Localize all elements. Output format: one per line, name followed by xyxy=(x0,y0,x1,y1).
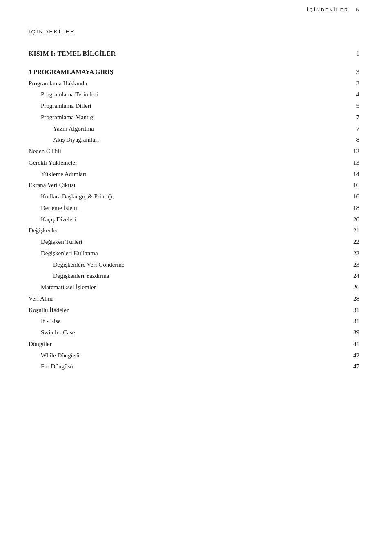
toc-label-6: Yazılı Algoritma xyxy=(29,123,347,135)
header-page-number: ix xyxy=(356,7,359,12)
toc-page-20: 26 xyxy=(347,282,359,293)
toc-label-20: Matematiksel İşlemler xyxy=(29,282,347,293)
toc-label-9: Gerekli Yüklemeler xyxy=(29,157,347,169)
toc-entry-10: Yükleme Adımları14 xyxy=(29,169,359,180)
toc-page-12: 16 xyxy=(347,191,359,203)
toc-label-16: Değişken Türleri xyxy=(29,236,347,248)
toc-page-15: 21 xyxy=(347,225,359,236)
toc-entry-9: Gerekli Yüklemeler13 xyxy=(29,157,359,169)
toc-page-7: 8 xyxy=(347,134,359,146)
toc-entry-22: Koşullu İfadeler31 xyxy=(29,305,359,316)
toc-entry-14: Kaçış Dizeleri20 xyxy=(29,214,359,225)
toc-entry-23: If - Else31 xyxy=(29,316,359,327)
toc-page-9: 13 xyxy=(347,157,359,169)
toc-label-26: While Döngüsü xyxy=(29,350,347,361)
toc-label-3: Programlama Terimleri xyxy=(29,89,347,100)
toc-entry-15: Değişkenler21 xyxy=(29,225,359,236)
toc-page-27: 47 xyxy=(347,361,359,372)
toc-page-16: 22 xyxy=(347,236,359,248)
toc-page-21: 28 xyxy=(347,293,359,305)
toc-page-17: 22 xyxy=(347,248,359,259)
toc-entry-12: Kodlara Başlangıç & Printf();16 xyxy=(29,191,359,203)
toc-entry-2: Programlama Hakkında3 xyxy=(29,78,359,89)
toc-page-13: 18 xyxy=(347,203,359,214)
toc-entry-4: Programlama Dilleri5 xyxy=(29,100,359,112)
toc-page-18: 23 xyxy=(347,259,359,271)
toc-label-25: Döngüler xyxy=(29,339,347,350)
toc-label-27: For Döngüsü xyxy=(29,361,347,372)
toc-entry-18: Değişkenlere Veri Gönderme23 xyxy=(29,259,359,271)
toc-entry-13: Derleme İşlemi18 xyxy=(29,203,359,214)
toc-entry-24: Switch - Case39 xyxy=(29,327,359,339)
toc-page-2: 3 xyxy=(347,78,359,89)
toc-label-12: Kodlara Başlangıç & Printf(); xyxy=(29,191,347,203)
toc-page-22: 31 xyxy=(347,305,359,316)
page: İÇİNDEKİLER ix İÇİNDEKİLER KISIM I: TEME… xyxy=(0,0,392,553)
toc-page-10: 14 xyxy=(347,169,359,180)
toc-entry-11: Ekrana Veri Çıktısı16 xyxy=(29,180,359,191)
toc-label-17: Değişkenleri Kullanma xyxy=(29,248,347,259)
toc-page-1: 3 xyxy=(347,67,359,78)
toc-label-5: Programlama Mantığı xyxy=(29,112,347,123)
toc-page-3: 4 xyxy=(347,89,359,100)
toc-label-0: KISIM I: TEMEL BİLGİLER xyxy=(29,48,347,60)
toc-label-15: Değişkenler xyxy=(29,225,347,236)
toc-label-24: Switch - Case xyxy=(29,327,347,339)
toc-page-23: 31 xyxy=(347,316,359,327)
toc-entry-3: Programlama Terimleri4 xyxy=(29,89,359,100)
toc-container: KISIM I: TEMEL BİLGİLER11 PROGRAMLAMAYA … xyxy=(29,48,359,372)
toc-label-4: Programlama Dilleri xyxy=(29,100,347,112)
toc-label-2: Programlama Hakkında xyxy=(29,78,347,89)
toc-entry-25: Döngüler41 xyxy=(29,339,359,350)
toc-entry-5: Programlama Mantığı7 xyxy=(29,112,359,123)
toc-entry-6: Yazılı Algoritma7 xyxy=(29,123,359,135)
toc-label-11: Ekrana Veri Çıktısı xyxy=(29,180,347,191)
toc-label-10: Yükleme Adımları xyxy=(29,169,347,180)
toc-page-26: 42 xyxy=(347,350,359,361)
toc-page-14: 20 xyxy=(347,214,359,225)
toc-label-14: Kaçış Dizeleri xyxy=(29,214,347,225)
toc-entry-17: Değişkenleri Kullanma22 xyxy=(29,248,359,259)
toc-page-8: 12 xyxy=(347,146,359,157)
toc-label-22: Koşullu İfadeler xyxy=(29,305,347,316)
toc-entry-0: KISIM I: TEMEL BİLGİLER1 xyxy=(29,48,359,60)
toc-page-5: 7 xyxy=(347,112,359,123)
toc-label-21: Veri Alma xyxy=(29,293,347,305)
toc-label-7: Akış Diyagramları xyxy=(29,134,347,146)
toc-entry-19: Değişkenleri Yazdırma24 xyxy=(29,270,359,282)
toc-label-13: Derleme İşlemi xyxy=(29,203,347,214)
toc-page-24: 39 xyxy=(347,327,359,339)
toc-entry-20: Matematiksel İşlemler26 xyxy=(29,282,359,293)
toc-label-8: Neden C Dili xyxy=(29,146,347,157)
toc-entry-27: For Döngüsü47 xyxy=(29,361,359,372)
toc-page-25: 41 xyxy=(347,339,359,350)
toc-page-4: 5 xyxy=(347,100,359,112)
toc-label-19: Değişkenleri Yazdırma xyxy=(29,270,347,282)
toc-entry-8: Neden C Dili12 xyxy=(29,146,359,157)
toc-entry-26: While Döngüsü42 xyxy=(29,350,359,361)
toc-entry-21: Veri Alma28 xyxy=(29,293,359,305)
page-header: İÇİNDEKİLER ix xyxy=(307,7,359,12)
toc-entry-16: Değişken Türleri22 xyxy=(29,236,359,248)
toc-page-19: 24 xyxy=(347,270,359,282)
toc-label-1: 1 PROGRAMLAMAYA GİRİŞ xyxy=(29,66,347,78)
header-title: İÇİNDEKİLER xyxy=(307,7,349,12)
section-heading: İÇİNDEKİLER xyxy=(29,29,359,35)
toc-page-0: 1 xyxy=(347,48,359,60)
toc-label-23: If - Else xyxy=(29,316,347,327)
toc-entry-1: 1 PROGRAMLAMAYA GİRİŞ3 xyxy=(29,66,359,78)
toc-page-6: 7 xyxy=(347,123,359,135)
toc-label-18: Değişkenlere Veri Gönderme xyxy=(29,259,347,271)
toc-page-11: 16 xyxy=(347,180,359,191)
toc-entry-7: Akış Diyagramları8 xyxy=(29,134,359,146)
